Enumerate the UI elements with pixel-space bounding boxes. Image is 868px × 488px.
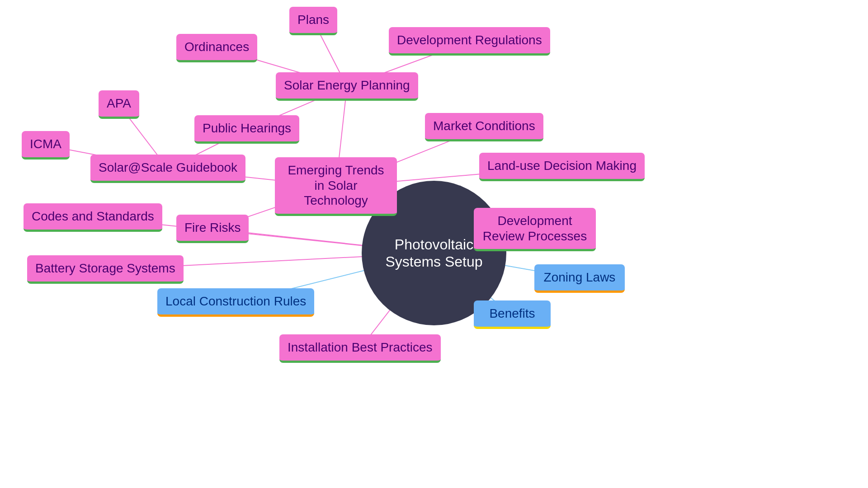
public-hearings-node[interactable]: Public Hearings	[194, 115, 299, 144]
fire-risks-label: Fire Risks	[184, 221, 241, 235]
benefits-label: Benefits	[489, 306, 535, 320]
codes-standards-node[interactable]: Codes and Standards	[24, 203, 162, 232]
ordinances-label: Ordinances	[184, 40, 249, 54]
fire-risks-node[interactable]: Fire Risks	[176, 215, 249, 243]
solar-scale-guidebook-label: Solar@Scale Guidebook	[99, 160, 237, 174]
installation-best-practices-label: Installation Best Practices	[288, 340, 433, 354]
local-construction-label: Local Construction Rules	[165, 294, 306, 308]
development-review-node[interactable]: Development Review Processes	[474, 208, 596, 251]
plans-label: Plans	[297, 13, 329, 27]
apa-node[interactable]: APA	[99, 90, 139, 119]
emerging-trends-node[interactable]: Emerging Trends in Solar Technology	[275, 157, 397, 216]
public-hearings-label: Public Hearings	[203, 121, 291, 135]
ordinances-node[interactable]: Ordinances	[176, 34, 257, 62]
market-conditions-label: Market Conditions	[433, 119, 535, 133]
land-use-node[interactable]: Land-use Decision Making	[479, 153, 645, 181]
solar-scale-guidebook-node[interactable]: Solar@Scale Guidebook	[90, 155, 245, 183]
solar-energy-planning-node[interactable]: Solar Energy Planning	[276, 72, 418, 101]
solar-energy-planning-label: Solar Energy Planning	[284, 78, 410, 92]
battery-storage-node[interactable]: Battery Storage Systems	[27, 255, 184, 284]
codes-standards-label: Codes and Standards	[32, 209, 154, 223]
zoning-laws-label: Zoning Laws	[544, 270, 616, 284]
plans-node[interactable]: Plans	[289, 7, 337, 35]
land-use-label: Land-use Decision Making	[487, 159, 637, 173]
development-regulations-node[interactable]: Development Regulations	[389, 27, 550, 56]
installation-best-practices-node[interactable]: Installation Best Practices	[279, 334, 441, 363]
zoning-laws-node[interactable]: Zoning Laws	[534, 264, 625, 293]
development-regulations-label: Development Regulations	[397, 33, 542, 47]
apa-label: APA	[107, 96, 131, 110]
local-construction-node[interactable]: Local Construction Rules	[157, 288, 314, 317]
emerging-trends-label: Emerging Trends in Solar Technology	[288, 163, 384, 207]
battery-storage-label: Battery Storage Systems	[35, 261, 175, 275]
benefits-node[interactable]: Benefits	[474, 300, 551, 329]
icma-node[interactable]: ICMA	[22, 131, 70, 160]
development-review-label: Development Review Processes	[483, 214, 587, 243]
icma-label: ICMA	[30, 137, 61, 151]
market-conditions-node[interactable]: Market Conditions	[425, 113, 543, 141]
